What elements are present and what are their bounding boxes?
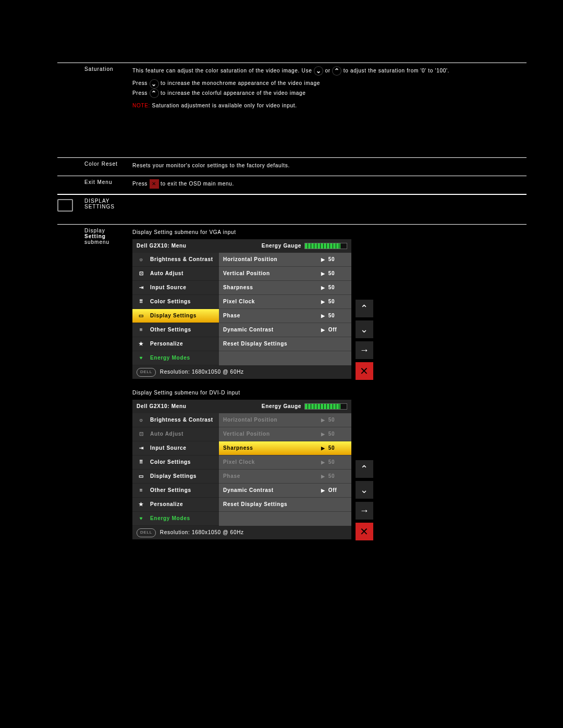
- row-label-display-setting-submenu: Display Setting submenu: [84, 225, 129, 559]
- menu-label: Brightness & Contrast: [150, 255, 213, 264]
- option-value: 50: [328, 472, 335, 481]
- dell-badge-icon: DELL: [137, 368, 156, 376]
- osd-panel-vga: Dell G2X10: Menu Energy Gauge ☼Brightnes…: [132, 239, 351, 379]
- menu-label: Input Source: [150, 443, 187, 453]
- close-icon: ✕: [150, 179, 159, 189]
- nav-down-button[interactable]: ⌄: [356, 320, 373, 338]
- text: Press: [132, 181, 148, 187]
- row-label-saturation: Saturation: [84, 63, 129, 157]
- row-desc-saturation: This feature can adjust the color satura…: [129, 63, 527, 157]
- option-label: Reset Display Settings: [223, 500, 347, 509]
- other-settings-icon: ≡: [137, 325, 146, 335]
- option-dynamic-contrast[interactable]: Dynamic Contrast▶Off: [219, 323, 351, 337]
- menu-item-input-source[interactable]: ⇥Input Source: [132, 441, 219, 455]
- menu-item-color-settings[interactable]: ⠿Color Settings: [132, 295, 219, 309]
- energy-modes-icon: ♥: [137, 353, 146, 363]
- note-label: NOTE:: [132, 103, 150, 108]
- input-source-icon: ⇥: [137, 443, 146, 453]
- option-label: Dynamic Contrast: [223, 325, 321, 335]
- row-desc-color-reset: Resets your monitor's color settings to …: [129, 158, 527, 176]
- triangle-icon: ▶: [321, 298, 325, 306]
- auto-adjust-icon: ⊡: [137, 429, 146, 439]
- menu-item-personalize[interactable]: ★Personalize: [132, 498, 219, 512]
- brightness-icon: ☼: [137, 415, 146, 425]
- menu-item-display-settings[interactable]: ▭Display Settings: [132, 470, 219, 484]
- triangle-icon: ▶: [321, 326, 325, 334]
- text: Setting: [84, 233, 106, 239]
- triangle-icon: ▶: [321, 472, 325, 480]
- menu-item-other-settings[interactable]: ≡Other Settings: [132, 484, 219, 498]
- menu-item-personalize[interactable]: ★Personalize: [132, 337, 219, 351]
- nav-up-button[interactable]: ⌃: [356, 300, 373, 317]
- option-phase[interactable]: Phase▶50: [219, 309, 351, 323]
- menu-label: Display Settings: [150, 472, 197, 481]
- text: submenu: [84, 239, 109, 245]
- color-settings-icon: ⠿: [137, 458, 146, 467]
- resolution-label: Resolution: 1680x1050 @ 60Hz: [160, 367, 244, 377]
- option-value: Off: [328, 325, 337, 335]
- menu-label: Auto Adjust: [150, 269, 183, 278]
- row-label-color-reset: Color Reset: [84, 158, 129, 176]
- text: to adjust the saturation from '0' to '10…: [344, 68, 449, 73]
- up-icon: ⌃: [332, 66, 341, 76]
- option-label: Reset Display Settings: [223, 339, 347, 349]
- menu-item-input-source[interactable]: ⇥Input Source: [132, 281, 219, 295]
- option-reset-display-settings[interactable]: Reset Display Settings: [219, 498, 351, 512]
- option-label: Pixel Clock: [223, 297, 321, 306]
- note-text: Saturation adjustment is available only …: [150, 103, 297, 108]
- menu-label: Display Settings: [150, 311, 197, 320]
- osd-title: Dell G2X10: Menu: [137, 241, 187, 251]
- energy-gauge-bar: [304, 243, 347, 249]
- row-desc-exit-menu: Press ✕ to exit the OSD main menu.: [129, 176, 527, 194]
- up-icon: ⌃: [150, 89, 159, 98]
- triangle-icon: ▶: [321, 416, 325, 424]
- nav-right-button[interactable]: →: [356, 341, 373, 359]
- option-vertical-position[interactable]: Vertical Position▶50: [219, 267, 351, 281]
- menu-item-other-settings[interactable]: ≡Other Settings: [132, 323, 219, 337]
- triangle-icon: ▶: [321, 255, 325, 264]
- option-pixel-clock[interactable]: Pixel Clock▶50: [219, 295, 351, 309]
- energy-gauge-bar: [304, 403, 347, 410]
- option-horizontal-position[interactable]: Horizontal Position▶50: [219, 253, 351, 267]
- nav-right-button[interactable]: →: [356, 502, 373, 520]
- menu-item-energy-modes[interactable]: ♥Energy Modes: [132, 512, 219, 526]
- option-value: 50: [328, 255, 335, 264]
- display-settings-icon: ▭: [137, 472, 146, 481]
- option-phase: Phase▶50: [219, 470, 351, 484]
- option-label: Horizontal Position: [223, 415, 321, 425]
- option-label: Horizontal Position: [223, 255, 321, 264]
- option-reset-display-settings[interactable]: Reset Display Settings: [219, 337, 351, 351]
- menu-label: Auto Adjust: [150, 429, 183, 439]
- option-value: 50: [328, 458, 335, 467]
- triangle-icon: ▶: [321, 486, 325, 495]
- triangle-icon: ▶: [321, 283, 325, 292]
- text: to exit the OSD main menu.: [161, 181, 234, 187]
- input-source-icon: ⇥: [137, 283, 146, 292]
- menu-item-display-settings[interactable]: ▭Display Settings: [132, 309, 219, 323]
- option-sharpness[interactable]: Sharpness▶50: [219, 441, 351, 455]
- option-value: Off: [328, 486, 337, 495]
- option-dynamic-contrast[interactable]: Dynamic Contrast▶Off: [219, 484, 351, 498]
- nav-down-button[interactable]: ⌄: [356, 481, 373, 499]
- energy-gauge-label: Energy Gauge: [262, 241, 301, 251]
- vga-heading: Display Setting submenu for VGA input: [132, 228, 527, 237]
- option-sharpness[interactable]: Sharpness▶50: [219, 281, 351, 295]
- triangle-icon: ▶: [321, 458, 325, 466]
- nav-close-button[interactable]: ✕: [356, 362, 373, 380]
- nav-close-button[interactable]: ✕: [356, 523, 373, 540]
- menu-item-brightness-contrast[interactable]: ☼Brightness & Contrast: [132, 253, 219, 267]
- option-label: Vertical Position: [223, 269, 321, 278]
- menu-item-brightness-contrast[interactable]: ☼Brightness & Contrast: [132, 413, 219, 427]
- triangle-icon: ▶: [321, 269, 325, 278]
- menu-item-color-settings[interactable]: ⠿Color Settings: [132, 455, 219, 470]
- option-label: Sharpness: [223, 283, 321, 292]
- osd-panel-dvi: Dell G2X10: Menu Energy Gauge ☼Brightnes…: [132, 400, 351, 539]
- text: This feature can adjust the color satura…: [132, 68, 312, 73]
- menu-item-energy-modes[interactable]: ♥Energy Modes: [132, 351, 219, 365]
- menu-label: Energy Modes: [150, 353, 190, 363]
- option-label: Phase: [223, 472, 321, 481]
- menu-label: Input Source: [150, 283, 187, 292]
- brightness-icon: ☼: [137, 255, 146, 264]
- menu-item-auto-adjust[interactable]: ⊡Auto Adjust: [132, 267, 219, 281]
- nav-up-button[interactable]: ⌃: [356, 460, 373, 478]
